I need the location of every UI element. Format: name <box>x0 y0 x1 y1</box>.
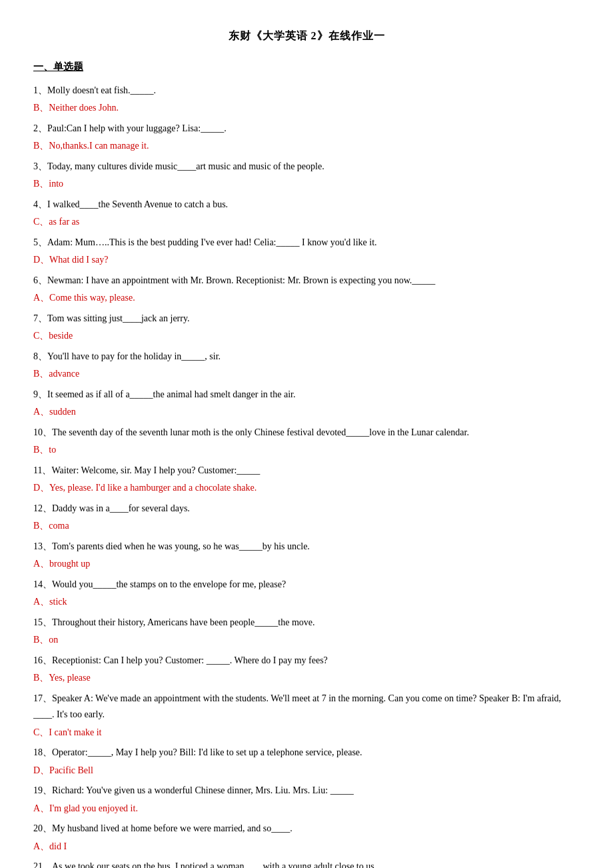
question-text: 10、The seventh day of the seventh lunar … <box>33 425 580 441</box>
question-text: 8、You'll have to pay for the holiday in_… <box>33 349 580 365</box>
question-text: 6、Newman: I have an appointment with Mr.… <box>33 273 580 289</box>
answer-text: A、did I <box>33 839 580 855</box>
question-item-10: 10、The seventh day of the seventh lunar … <box>33 425 580 459</box>
question-text: 3、Today, many cultures divide music____a… <box>33 159 580 175</box>
answer-text: A、I'm glad you enjoyed it. <box>33 801 580 817</box>
question-text: 18、Operator:_____, May I help you? Bill:… <box>33 745 580 761</box>
question-text: 16、Receptionist: Can I help you? Custome… <box>33 653 580 669</box>
question-text: 11、Waiter: Welcome, sir. May I help you?… <box>33 463 580 479</box>
question-item-16: 16、Receptionist: Can I help you? Custome… <box>33 653 580 687</box>
question-item-15: 15、Throughout their history, Americans h… <box>33 615 580 649</box>
question-item-9: 9、It seemed as if all of a_____the anima… <box>33 387 580 421</box>
question-text: 12、Daddy was in a____for several days. <box>33 501 580 517</box>
answer-text: A、stick <box>33 594 580 611</box>
answer-text: D、What did I say? <box>33 252 580 269</box>
question-item-8: 8、You'll have to pay for the holiday in_… <box>33 349 580 383</box>
question-item-13: 13、Tom's parents died when he was young,… <box>33 539 580 573</box>
question-text: 20、My husband lived at home before we we… <box>33 821 580 837</box>
question-item-3: 3、Today, many cultures divide music____a… <box>33 159 580 193</box>
question-item-12: 12、Daddy was in a____for several days.B、… <box>33 501 580 535</box>
question-item-4: 4、I walked____the Seventh Avenue to catc… <box>33 197 580 231</box>
section-header: 一、单选题 <box>33 58 580 76</box>
question-item-14: 14、Would you_____the stamps on to the en… <box>33 577 580 611</box>
answer-text: C、I can't make it <box>33 725 580 741</box>
question-item-20: 20、My husband lived at home before we we… <box>33 821 580 855</box>
question-item-17: 17、Speaker A: We've made an appointment … <box>33 691 580 741</box>
question-text: 1、Molly doesn't eat fish._____. <box>33 83 580 99</box>
answer-text: B、No,thanks.I can manage it. <box>33 138 580 155</box>
answer-text: B、into <box>33 176 580 193</box>
answer-text: D、Pacific Bell <box>33 763 580 779</box>
answer-text: B、advance <box>33 366 580 383</box>
question-text: 13、Tom's parents died when he was young,… <box>33 539 580 555</box>
question-text: 4、I walked____the Seventh Avenue to catc… <box>33 197 580 213</box>
answer-text: B、coma <box>33 518 580 535</box>
answer-text: B、on <box>33 632 580 649</box>
question-text: 9、It seemed as if all of a_____the anima… <box>33 387 580 403</box>
question-text: 14、Would you_____the stamps on to the en… <box>33 577 580 593</box>
answer-text: B、to <box>33 442 580 459</box>
question-item-5: 5、Adam: Mum…..This is the best pudding I… <box>33 235 580 269</box>
question-text: 2、Paul:Can I help with your luggage? Lis… <box>33 121 580 137</box>
question-text: 17、Speaker A: We've made an appointment … <box>33 691 580 723</box>
answer-text: A、sudden <box>33 404 580 421</box>
answer-text: B、Neither does John. <box>33 100 580 117</box>
question-item-7: 7、Tom was sitting just____jack an jerry.… <box>33 311 580 345</box>
page-title: 东财《大学英语 2》在线作业一 <box>33 27 580 46</box>
question-text: 21、As we took our seats on the bus, I no… <box>33 859 580 868</box>
answer-text: C、beside <box>33 328 580 345</box>
answer-text: C、as far as <box>33 214 580 231</box>
question-item-21: 21、As we took our seats on the bus, I no… <box>33 859 580 868</box>
question-item-11: 11、Waiter: Welcome, sir. May I help you?… <box>33 463 580 497</box>
answer-text: A、brought up <box>33 556 580 573</box>
question-text: 7、Tom was sitting just____jack an jerry. <box>33 311 580 327</box>
answer-text: D、Yes, please. I'd like a hamburger and … <box>33 480 580 497</box>
question-item-18: 18、Operator:_____, May I help you? Bill:… <box>33 745 580 779</box>
question-item-1: 1、Molly doesn't eat fish._____.B、Neither… <box>33 83 580 117</box>
question-item-2: 2、Paul:Can I help with your luggage? Lis… <box>33 121 580 155</box>
question-item-19: 19、Richard: You've given us a wonderful … <box>33 783 580 817</box>
questions-container: 1、Molly doesn't eat fish._____.B、Neither… <box>33 83 580 868</box>
answer-text: A、Come this way, please. <box>33 290 580 307</box>
question-text: 5、Adam: Mum…..This is the best pudding I… <box>33 235 580 251</box>
answer-text: B、Yes, please <box>33 670 580 687</box>
question-text: 15、Throughout their history, Americans h… <box>33 615 580 631</box>
question-item-6: 6、Newman: I have an appointment with Mr.… <box>33 273 580 307</box>
question-text: 19、Richard: You've given us a wonderful … <box>33 783 580 799</box>
